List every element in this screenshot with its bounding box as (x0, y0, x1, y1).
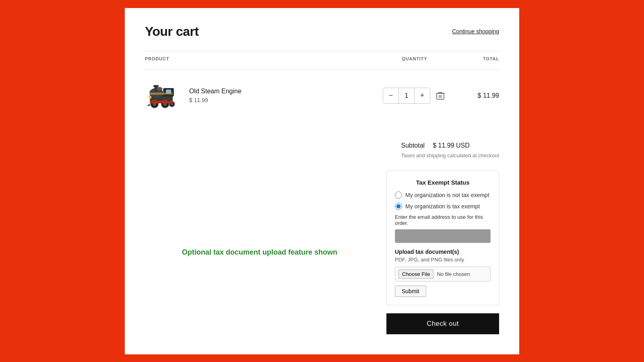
radio-not-exempt[interactable]: My organization is not tax exempt (395, 191, 491, 199)
cart-item: Old Steam Engine $ 11.99 − + (145, 69, 499, 122)
subtotal-amount: $ 11.99 USD (433, 142, 470, 149)
summary-section: Subtotal $ 11.99 USD Taxes and shipping … (145, 142, 499, 167)
column-total: TOTAL (451, 56, 499, 61)
quantity-input[interactable] (398, 88, 415, 103)
cart-page: Your cart Continue shopping PRODUCT QUAN… (125, 8, 519, 354)
upload-title: Upload tax document(s) (395, 249, 491, 255)
tax-note: Taxes and shipping calculated at checkou… (401, 152, 499, 158)
continue-shopping-link[interactable]: Continue shopping (452, 28, 499, 35)
file-input-row: Choose File No file chosen (395, 267, 491, 282)
trash-icon (436, 91, 444, 100)
train-icon (146, 80, 180, 111)
subtotal-label: Subtotal (401, 142, 425, 149)
item-image (145, 78, 181, 114)
quantity-increase-button[interactable]: + (415, 88, 430, 103)
upload-note: PDF, JPG, and PNG files only (395, 257, 491, 263)
email-instruction: Enter the email address to use for this … (395, 214, 491, 226)
left-section: Optional tax document upload feature sho… (145, 171, 374, 334)
item-price: $ 11.99 (189, 97, 242, 103)
svg-rect-4 (153, 85, 158, 87)
item-info: Old Steam Engine $ 11.99 (189, 88, 242, 103)
checkout-button[interactable]: Check out (386, 313, 499, 334)
svg-rect-12 (150, 93, 173, 95)
tax-exempt-title: Tax Exempt Status (395, 179, 491, 186)
cart-columns: PRODUCT QUANTITY TOTAL (145, 51, 499, 61)
item-total: $ 11.99 (451, 92, 499, 99)
column-quantity: QUANTITY (378, 56, 451, 61)
upload-section: Upload tax document(s) PDF, JPG, and PNG… (395, 249, 491, 297)
radio-not-exempt-input[interactable] (395, 191, 402, 199)
no-file-text: No file chosen (437, 271, 470, 277)
email-input-field[interactable] (395, 229, 491, 243)
choose-file-button[interactable]: Choose File (398, 269, 433, 279)
main-lower-content: Optional tax document upload feature sho… (145, 171, 499, 334)
item-product: Old Steam Engine $ 11.99 (145, 78, 378, 114)
page-title: Your cart (145, 24, 199, 39)
item-name: Old Steam Engine (189, 88, 242, 95)
item-quantity: − + (378, 88, 451, 104)
subtotal-row: Subtotal $ 11.99 USD (401, 142, 499, 149)
svg-point-15 (148, 96, 151, 99)
radio-exempt[interactable]: My organization is tax exempt (395, 203, 491, 210)
svg-point-16 (156, 87, 162, 90)
summary-right: Subtotal $ 11.99 USD Taxes and shipping … (401, 142, 499, 167)
radio-exempt-input[interactable] (395, 203, 402, 210)
right-section: Tax Exempt Status My organization is not… (386, 171, 499, 334)
radio-exempt-label: My organization is tax exempt (405, 203, 480, 210)
svg-rect-13 (150, 101, 173, 103)
submit-button[interactable]: Submit (395, 286, 426, 297)
tax-exempt-box: Tax Exempt Status My organization is not… (386, 171, 499, 305)
column-product: PRODUCT (145, 56, 378, 61)
optional-feature-text: Optional tax document upload feature sho… (182, 248, 337, 257)
cart-header: Your cart Continue shopping (145, 24, 499, 39)
quantity-decrease-button[interactable]: − (383, 88, 398, 103)
delete-item-button[interactable] (434, 89, 446, 102)
quantity-control: − + (383, 88, 430, 104)
radio-not-exempt-label: My organization is not tax exempt (405, 192, 489, 198)
svg-marker-14 (147, 103, 150, 106)
